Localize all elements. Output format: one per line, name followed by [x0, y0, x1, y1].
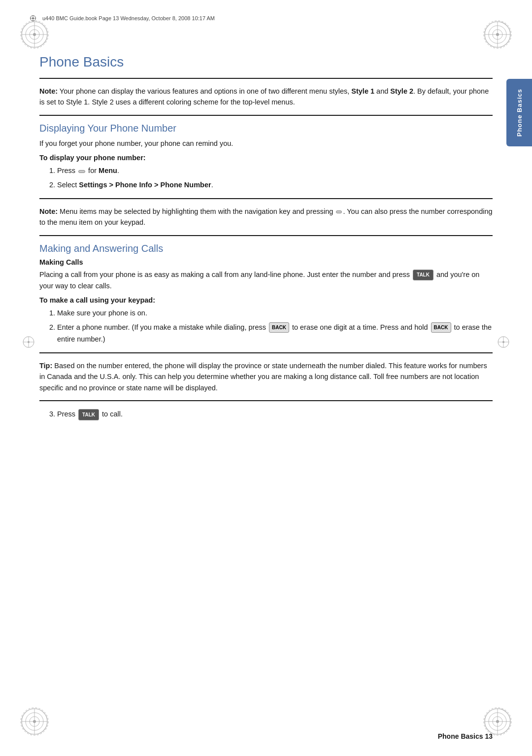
note1-label: Note: [39, 87, 58, 95]
section1-steps: Press for Menu. Select Settings > Phone … [57, 165, 493, 191]
back-button-icon-1: BACK [269, 322, 289, 333]
back-button-icon-2: BACK [431, 322, 451, 333]
section1-procedure-label: To display your phone number: [39, 154, 493, 162]
tip-block: Tip: Based on the number entered, the ph… [39, 360, 493, 393]
nav-button-icon [336, 210, 342, 213]
talk-button-icon-2: TALK [78, 409, 99, 420]
section1-intro: If you forget your phone number, your ph… [39, 138, 493, 149]
talk-button-icon: TALK [413, 270, 433, 280]
section2-procedure-label: To make a call using your keypad: [39, 296, 493, 304]
note-block-2: Note: Menu items may be selected by high… [39, 206, 493, 228]
divider-after-title [39, 78, 493, 79]
step-item: Enter a phone number. (If you make a mis… [57, 321, 493, 345]
step3-item: Press TALK to call. [57, 408, 493, 420]
corner-decoration-top-right [483, 20, 512, 49]
menu-button-icon [78, 170, 85, 173]
step-item: Select Settings > Phone Info > Phone Num… [57, 179, 493, 191]
section2-intro: Placing a call from your phone is as eas… [39, 269, 493, 291]
step-item: Press for Menu. [57, 165, 493, 177]
main-content: Phone Basics Note: Your phone can displa… [39, 49, 493, 717]
divider-after-tip [39, 400, 493, 401]
side-tab: Phone Basics [506, 79, 532, 146]
note1-text: Note: Your phone can display the various… [39, 86, 493, 108]
corner-decoration-top-left [20, 20, 49, 49]
section2-subsection-label: Making Calls [39, 258, 493, 266]
section2-heading: Making and Answering Calls [39, 243, 493, 254]
footer-text: Phone Basics 13 [438, 732, 493, 740]
tip-label: Tip: [39, 362, 52, 370]
section1-heading: Displaying Your Phone Number [39, 123, 493, 134]
header-crosshair-icon [30, 15, 36, 22]
page-footer: Phone Basics 13 [39, 732, 493, 740]
note2-label: Note: [39, 207, 58, 215]
divider-after-note1 [39, 115, 493, 116]
tip-text: Tip: Based on the number entered, the ph… [39, 360, 493, 393]
divider-after-section1 [39, 198, 493, 199]
header-text: u440 BMC Guide.book Page 13 Wednesday, O… [42, 15, 215, 21]
note2-text: Note: Menu items may be selected by high… [39, 206, 493, 228]
divider-after-note2 [39, 235, 493, 236]
step3-list: Press TALK to call. [57, 408, 493, 420]
section2-steps: Make sure your phone is on. Enter a phon… [57, 307, 493, 345]
chapter-title: Phone Basics [39, 49, 493, 70]
side-tab-text: Phone Basics [516, 89, 523, 137]
page-header: u440 BMC Guide.book Page 13 Wednesday, O… [30, 15, 502, 22]
crosshair-mid-left [22, 335, 35, 350]
step-item: Make sure your phone is on. [57, 307, 493, 319]
note-block-1: Note: Your phone can display the various… [39, 86, 493, 108]
divider-after-steps [39, 352, 493, 353]
crosshair-mid-right [497, 335, 510, 350]
